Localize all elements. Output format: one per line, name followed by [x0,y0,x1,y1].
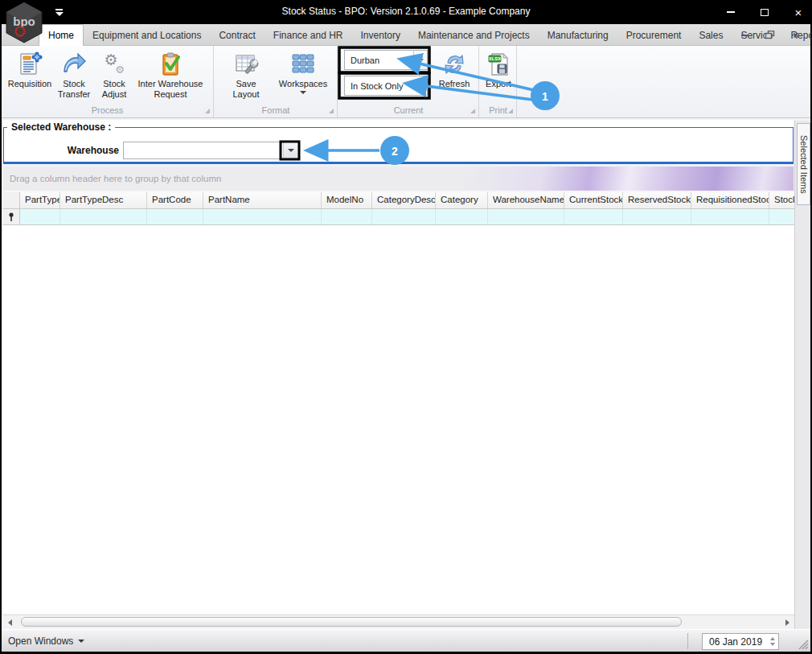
stock-filter-combobox[interactable]: In Stock Only [344,76,428,96]
warehouse-combobox-value [124,142,283,158]
filter-cell[interactable] [60,209,147,224]
tab-finance-and-hr[interactable]: Finance and HR [265,24,352,46]
mdi-minimize-button[interactable] [738,29,751,42]
date-editor[interactable]: 06 Jan 2019 [702,633,779,650]
warehouse-combobox[interactable] [123,142,299,159]
scroll-left-button[interactable] [3,615,17,629]
maximize-button[interactable] [751,0,778,24]
statusbar-separator [687,633,688,649]
maximize-icon [761,9,769,16]
refresh-button[interactable]: Refresh [433,49,475,90]
mdi-close-icon: × [793,29,799,41]
window-title: Stock Status - BPO: Version 2.1.0.69 - E… [282,6,531,17]
ribbon-group-print: XLSX Export Print [480,46,517,117]
close-button[interactable]: × [785,0,812,24]
row-indicator-header [3,192,20,208]
scroll-right-icon [785,619,789,626]
horizontal-scrollbar-thumb[interactable] [21,617,682,627]
stock-transfer-button[interactable]: Stock Transfer [53,49,95,101]
filter-cell[interactable] [769,209,794,224]
format-dialog-launcher-icon[interactable] [329,109,334,113]
scroll-right-button[interactable] [781,615,794,629]
grid-filter-row[interactable] [3,209,794,225]
requisition-button[interactable]: Requisition [6,49,53,101]
quick-access-dropdown-icon[interactable] [55,9,64,16]
tab-manufacturing[interactable]: Manufacturing [539,24,617,46]
group-by-hint: Drag a column header here to group by th… [10,174,221,183]
filter-cell[interactable] [147,209,203,224]
process-dialog-launcher-icon[interactable] [205,109,210,113]
chevron-down-icon [288,149,294,152]
stock-grid: PartType PartTypeDesc PartCode PartName … [3,192,794,614]
app-window: Stock Status - BPO: Version 2.1.0.69 - E… [0,0,812,654]
resize-grip-icon[interactable] [798,640,809,650]
mdi-close-button[interactable]: × [789,29,802,42]
filter-funnel-icon [8,212,14,222]
minimize-button[interactable] [717,0,744,24]
inter-warehouse-request-button[interactable]: Inter Warehouse Request [133,49,207,101]
site-combobox-dropdown-button[interactable] [413,51,427,69]
minimize-icon [727,11,735,13]
column-header-partname[interactable]: PartName [203,192,322,208]
group-by-panel[interactable]: Drag a column header here to group by th… [3,167,794,191]
selected-items-tab[interactable]: Selected Items [797,123,810,205]
column-header-stock-clipped[interactable]: StockC [769,192,794,208]
format-group-label: Format [215,105,337,115]
open-windows-button[interactable]: Open Windows [8,635,84,647]
column-header-parttype[interactable]: PartType [20,192,60,208]
filter-cell[interactable] [691,209,769,224]
tab-equipment-and-locations[interactable]: Equipment and Locations [84,24,210,46]
filter-cell[interactable] [436,209,488,224]
column-header-warehousename[interactable]: WarehouseName [488,192,564,208]
chevron-down-icon [417,59,424,62]
warehouse-combobox-dropdown-button[interactable] [283,142,298,158]
stock-adjust-button[interactable]: ⚙ ⚙ Stock Adjust [95,49,133,101]
save-layout-button[interactable]: Save Layout [219,49,273,101]
column-header-requisitionedstock[interactable]: RequisitionedStock [691,192,769,208]
workspaces-button[interactable]: Workspaces [273,49,334,101]
export-button[interactable]: XLSX Export [482,49,515,90]
column-header-partcode[interactable]: PartCode [147,192,203,208]
horizontal-scrollbar[interactable] [3,615,794,628]
print-dialog-launcher-icon[interactable] [508,109,513,113]
column-header-categorydesc[interactable]: CategoryDesc [372,192,436,208]
bpo-logo: bpo [3,2,45,43]
column-header-currentstock[interactable]: CurrentStock [564,192,623,208]
tab-contract[interactable]: Contract [210,24,264,46]
filter-cell[interactable] [322,209,372,224]
tab-maintenance-and-projects[interactable]: Maintenance and Projects [409,24,539,46]
tab-home[interactable]: Home [39,24,84,46]
scroll-left-icon [8,619,12,626]
grid-header-row: PartType PartTypeDesc PartCode PartName … [3,192,794,209]
current-group-label: Current [338,105,478,115]
close-icon: × [795,6,802,19]
filter-cell[interactable] [203,209,322,224]
column-header-reservedstock[interactable]: ReservedStock [623,192,691,208]
svg-text:XLSX: XLSX [489,56,502,61]
mdi-restore-button[interactable] [764,29,777,42]
tab-inventory[interactable]: Inventory [352,24,409,46]
svg-text:bpo: bpo [13,14,35,28]
stock-filter-combobox-value: In Stock Only [345,81,427,91]
site-combobox[interactable]: Durban [344,50,428,70]
mdi-restore-icon [765,31,775,39]
ribbon-group-process: Requisition Stock Transfer ⚙ ⚙ Stock Adj… [2,46,214,117]
spin-up-icon [770,637,775,640]
mdi-minimize-icon [741,35,748,36]
column-header-parttypedesc[interactable]: PartTypeDesc [60,192,147,208]
filter-cell[interactable] [564,209,623,224]
export-label: Export [486,79,511,89]
filter-cell[interactable] [372,209,436,224]
filter-cell[interactable] [20,209,60,224]
column-header-category[interactable]: Category [436,192,488,208]
status-bar: Open Windows 06 Jan 2019 [2,629,810,652]
spin-down-icon [770,643,775,646]
filter-cell[interactable] [623,209,691,224]
date-spinner[interactable] [766,634,778,649]
column-header-modelno[interactable]: ModelNo [322,192,372,208]
save-layout-label: Save Layout [222,79,270,100]
filter-cell[interactable] [488,209,564,224]
tab-sales[interactable]: Sales [690,24,732,46]
current-dialog-launcher-icon[interactable] [470,109,475,113]
tab-procurement[interactable]: Procurement [617,24,691,46]
